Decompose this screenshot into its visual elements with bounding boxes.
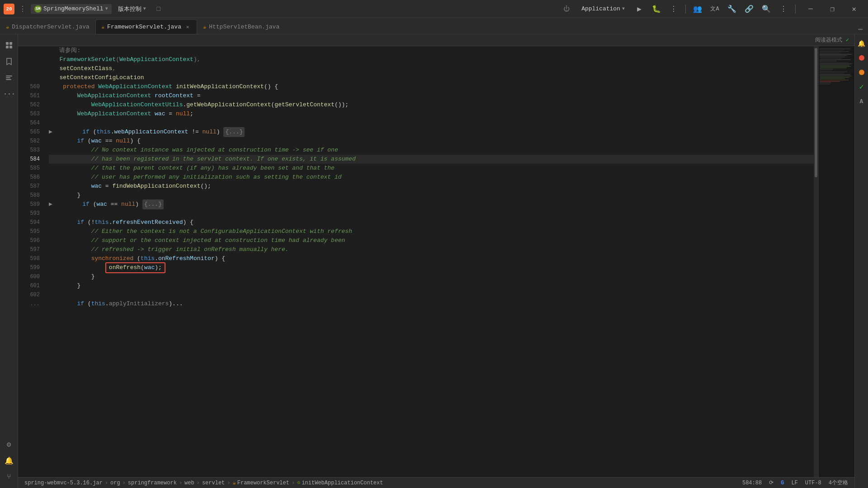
code-line: if (this.applyInitializers)...	[49, 299, 814, 308]
tab-dispatcher-servlet[interactable]: ☕ DispatcherServlet.java	[0, 19, 95, 34]
power-icon: ⏻	[559, 4, 574, 14]
right-panel-text[interactable]: A	[856, 96, 867, 107]
code-line: }	[49, 281, 814, 290]
breadcrumb-jar: spring-webmvc-5.3.16.jar	[24, 480, 103, 486]
project-icon: SM	[34, 5, 42, 13]
vcs-label: 版本控制	[118, 5, 142, 13]
sidebar-icon-settings[interactable]: ⚙	[2, 437, 16, 452]
window-layout-btn[interactable]: □	[152, 3, 165, 15]
plugins-icon[interactable]: 🔗	[742, 2, 756, 16]
code-line	[49, 290, 814, 299]
code-line: // that the parent context (if any) has …	[49, 164, 814, 173]
code-editor[interactable]: 请参阅: FrameworkServlet(WebApplicationCont…	[45, 46, 814, 477]
encoding[interactable]: UTF-8	[802, 478, 824, 488]
main-more-button[interactable]: ⋮	[776, 2, 791, 16]
debug-button[interactable]: 🐛	[649, 2, 664, 16]
window-close[interactable]: ✕	[844, 2, 864, 16]
run-more-button[interactable]: ⋮	[666, 2, 681, 16]
window-minimize[interactable]: —	[800, 2, 821, 16]
fold-icon2[interactable]: ▶	[49, 200, 52, 209]
search-icon[interactable]: 🔍	[759, 2, 774, 16]
breadcrumb-icon-method: ⊙	[297, 479, 300, 486]
code-line: // Either the context is not a Configura…	[49, 227, 814, 236]
app-label: Application	[581, 5, 620, 12]
tab-java-icon3: ☕	[203, 24, 206, 30]
code-line: // support or the context injected at co…	[49, 236, 814, 245]
titlebar-dots-menu[interactable]: ⋮	[17, 5, 28, 14]
code-line: wac = findWebApplicationContext();	[49, 182, 814, 191]
translate-icon[interactable]: 文A	[708, 2, 722, 16]
line-ending-label: LF	[791, 480, 797, 486]
breadcrumb-arrow: ›	[105, 480, 108, 486]
right-notification-icon[interactable]: 🔔	[856, 38, 867, 49]
tab-more-button[interactable]: ⋯	[853, 25, 868, 34]
right-sidebar: 🔔 ✓ A	[854, 34, 868, 488]
run-button[interactable]: ▶	[632, 2, 646, 16]
code-line: protected WebApplicationContext initWebA…	[49, 82, 814, 91]
breadcrumb-servlet: servlet	[202, 480, 225, 486]
users-icon[interactable]: 👥	[690, 2, 705, 16]
sidebar-icon-git[interactable]: ⑂	[2, 470, 16, 484]
cursor-position[interactable]: 584:88	[740, 478, 764, 488]
indent-setting[interactable]: 4个空格	[826, 478, 851, 488]
breadcrumb-method: initWebApplicationContext	[302, 480, 383, 486]
app-logo: 20	[4, 4, 14, 14]
sidebar-icon-project[interactable]	[2, 38, 16, 52]
tab-close-button[interactable]: ✕	[184, 24, 191, 31]
svg-rect-0	[6, 42, 9, 45]
tab-http-servlet-bean[interactable]: ☕ HttpServletBean.java	[197, 19, 285, 34]
sidebar-icon-notifications[interactable]: 🔔	[2, 454, 16, 468]
svg-rect-5	[6, 77, 10, 78]
svg-point-7	[859, 55, 864, 61]
breadcrumb-web: web	[184, 480, 194, 486]
code-line: // refreshed -> trigger initial onRefres…	[49, 245, 814, 254]
right-panel-check[interactable]: ✓	[856, 81, 867, 92]
svg-rect-2	[6, 46, 9, 48]
position-label: 584:88	[742, 480, 762, 486]
editor-area: 阅读器模式 ✓ 560 561 562 563 564 565 582 583 …	[18, 34, 854, 488]
code-container[interactable]: 560 561 562 563 564 565 582 583 584 585 …	[18, 46, 854, 477]
code-line: if (wac == null) {	[49, 137, 814, 146]
tab-java-icon: ☕	[6, 24, 9, 30]
sync-status[interactable]: ⟳	[766, 478, 776, 488]
code-line: }	[49, 272, 814, 281]
vcs-control[interactable]: 版本控制 ▼	[114, 4, 150, 14]
fold-icon[interactable]: ▶	[49, 128, 52, 137]
encoding-label: UTF-8	[805, 480, 821, 486]
svg-rect-1	[9, 42, 12, 45]
reader-mode-check: ✓	[846, 37, 849, 43]
code-line: setContextConfigLocation	[49, 73, 814, 82]
code-line-highlighted: onRefresh(wac);	[49, 263, 814, 272]
breadcrumb-springframework: springframework	[128, 480, 177, 486]
code-line-collapsed2: ▶ if (wac == null) {...}	[49, 200, 814, 209]
breadcrumb[interactable]: spring-webmvc-5.3.16.jar › org › springf…	[22, 478, 386, 488]
code-line: // No context instance was injected at c…	[49, 146, 814, 155]
project-dropdown-icon: ▼	[105, 6, 108, 11]
titlebar: 20 ⋮ SM SpringMemoryShell ▼ 版本控制 ▼ □ ⏻ A…	[0, 0, 868, 18]
vertical-scrollbar[interactable]	[814, 46, 818, 477]
right-panel-red[interactable]	[856, 52, 867, 63]
sidebar-icon-structure[interactable]	[2, 71, 16, 85]
window-maximize[interactable]: ❐	[822, 2, 843, 16]
tab-framework-servlet[interactable]: ☕ FrameworkServlet.java ✕	[95, 19, 197, 34]
breadcrumb-arrow2: ›	[123, 480, 126, 486]
breadcrumb-arrow4: ›	[197, 480, 200, 486]
code-line: WebApplicationContext rootContext =	[49, 91, 814, 100]
code-line-collapsed: ▶ if (this.webApplicationContext != null…	[49, 128, 814, 137]
app-run-config[interactable]: Application ▼	[577, 4, 629, 14]
tab-java-icon2: ☕	[101, 24, 104, 30]
code-line: FrameworkServlet(WebApplicationContext),	[49, 55, 814, 64]
app-dropdown-icon: ▼	[622, 6, 625, 11]
right-panel-orange[interactable]	[856, 67, 867, 78]
project-selector[interactable]: SM SpringMemoryShell ▼	[31, 4, 112, 14]
line-numbers: 560 561 562 563 564 565 582 583 584 585 …	[18, 46, 45, 477]
line-ending[interactable]: LF	[788, 478, 800, 488]
code-line: 请参阅:	[49, 46, 814, 55]
tools-icon[interactable]: 🔧	[725, 2, 739, 16]
code-line-current: // has been registered in the servlet co…	[49, 155, 814, 164]
sidebar-icon-bookmark[interactable]	[2, 54, 16, 69]
sidebar-icon-more[interactable]: ···	[2, 87, 16, 101]
project-name: SpringMemoryShell	[43, 5, 104, 12]
code-line: setContextClass,	[49, 64, 814, 73]
google-icon[interactable]: G	[778, 478, 787, 488]
